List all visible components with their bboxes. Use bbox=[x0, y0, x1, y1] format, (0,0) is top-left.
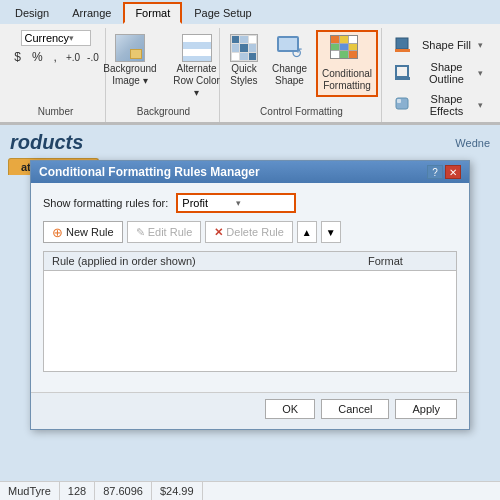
dialog-overlay: Conditional Formatting Rules Manager ? ✕… bbox=[0, 150, 500, 500]
move-up-button[interactable]: ▲ bbox=[297, 221, 317, 243]
tab-page-setup[interactable]: Page Setup bbox=[183, 2, 263, 24]
dialog-title-bar: Conditional Formatting Rules Manager ? ✕ bbox=[31, 161, 469, 183]
bottom-col4: $24.99 bbox=[152, 482, 203, 500]
bottom-col3: 87.6096 bbox=[95, 482, 152, 500]
bottom-col1: MudTyre bbox=[0, 482, 60, 500]
bottom-col2: 128 bbox=[60, 482, 95, 500]
shape-effects-arrow-icon: ▾ bbox=[478, 100, 483, 110]
delete-rule-label: Delete Rule bbox=[226, 226, 283, 238]
rules-col-format-header: Format bbox=[368, 255, 448, 267]
change-shape-icon: ↺ bbox=[275, 34, 303, 62]
shape-fill-label: Shape Fill bbox=[415, 39, 478, 51]
cancel-button[interactable]: Cancel bbox=[321, 399, 389, 419]
number-top: Currency ▾ bbox=[21, 30, 91, 46]
number-group: Currency ▾ $ % , +.0 -.0 Number bbox=[6, 28, 106, 122]
shape-fill-arrow-icon: ▾ bbox=[478, 40, 483, 50]
svg-rect-3 bbox=[395, 77, 410, 80]
move-down-button[interactable]: ▼ bbox=[321, 221, 341, 243]
show-for-label: Show formatting rules for: bbox=[43, 197, 168, 209]
alternate-row-label: AlternateRow Color ▾ bbox=[173, 63, 220, 99]
tab-design[interactable]: Design bbox=[4, 2, 60, 24]
shape-effects-button[interactable]: Shape Effects ▾ bbox=[390, 90, 488, 120]
ribbon: Design Arrange Format Page Setup Currenc… bbox=[0, 0, 500, 125]
show-for-arrow-icon: ▾ bbox=[236, 198, 290, 208]
control-formatting-group: QuickStyles ↺ ChangeShape bbox=[222, 28, 382, 122]
currency-arrow-icon: ▾ bbox=[69, 33, 86, 43]
currency-dropdown[interactable]: Currency ▾ bbox=[21, 30, 91, 46]
ribbon-content: Currency ▾ $ % , +.0 -.0 Number bbox=[0, 24, 500, 124]
change-shape-button[interactable]: ↺ ChangeShape bbox=[267, 30, 312, 91]
dialog-controls: ? ✕ bbox=[427, 165, 461, 179]
background-buttons: BackgroundImage ▾ AlternateRow Color ▾ bbox=[100, 30, 227, 103]
shape-fill-icon bbox=[395, 37, 411, 53]
shape-fill-button[interactable]: Shape Fill ▾ bbox=[390, 34, 488, 56]
bottom-row: MudTyre 128 87.6096 $24.99 bbox=[0, 481, 500, 500]
quick-styles-icon bbox=[230, 34, 258, 62]
control-formatting-label: Control Formatting bbox=[260, 104, 343, 120]
background-group: BackgroundImage ▾ AlternateRow Color ▾ B… bbox=[108, 28, 220, 122]
delete-rule-button[interactable]: ✕ Delete Rule bbox=[205, 221, 292, 243]
edit-rule-button[interactable]: ✎ Edit Rule bbox=[127, 221, 202, 243]
dialog-toolbar: ⊕ New Rule ✎ Edit Rule ✕ Delete Rule ▲ ▼ bbox=[43, 221, 457, 243]
show-for-row: Show formatting rules for: Profit ▾ bbox=[43, 193, 457, 213]
tab-arrange[interactable]: Arrange bbox=[61, 2, 122, 24]
conditional-formatting-button[interactable]: ConditionalFormatting bbox=[316, 30, 378, 97]
svg-rect-0 bbox=[396, 38, 408, 49]
quick-styles-button[interactable]: QuickStyles bbox=[225, 30, 263, 91]
background-image-icon bbox=[115, 34, 145, 62]
svg-rect-2 bbox=[396, 66, 408, 77]
new-rule-label: New Rule bbox=[66, 226, 114, 238]
conditional-formatting-icon bbox=[330, 35, 364, 67]
change-shape-label: ChangeShape bbox=[272, 63, 307, 87]
shape-outline-button[interactable]: Shape Outline ▾ bbox=[390, 58, 488, 88]
alternate-row-icon bbox=[182, 34, 212, 62]
shape-outline-label: Shape Outline bbox=[415, 61, 478, 85]
increase-decimal-button[interactable]: +.0 bbox=[63, 50, 83, 65]
dialog-help-button[interactable]: ? bbox=[427, 165, 443, 179]
background-image-label: BackgroundImage ▾ bbox=[103, 63, 156, 87]
edit-rule-icon: ✎ bbox=[136, 226, 145, 239]
dollar-button[interactable]: $ bbox=[9, 48, 26, 66]
shape-effects-icon bbox=[395, 97, 411, 113]
tab-strip: Design Arrange Format Page Setup bbox=[0, 0, 500, 24]
background-group-label: Background bbox=[137, 104, 190, 120]
rules-header: Rule (applied in order shown) Format bbox=[44, 252, 456, 271]
svg-rect-1 bbox=[395, 49, 410, 52]
new-rule-button[interactable]: ⊕ New Rule bbox=[43, 221, 123, 243]
conditional-formatting-dialog: Conditional Formatting Rules Manager ? ✕… bbox=[30, 160, 470, 430]
shape-group: Shape Fill ▾ Shape Outline ▾ bbox=[384, 28, 494, 122]
percent-button[interactable]: % bbox=[27, 48, 48, 66]
quick-styles-label: QuickStyles bbox=[230, 63, 257, 87]
dialog-body: Show formatting rules for: Profit ▾ ⊕ Ne… bbox=[31, 183, 469, 392]
svg-rect-5 bbox=[397, 99, 401, 103]
shape-outline-icon bbox=[395, 65, 411, 81]
ok-button[interactable]: OK bbox=[265, 399, 315, 419]
delete-rule-x-icon: ✕ bbox=[214, 226, 223, 239]
rules-body bbox=[44, 271, 456, 371]
rules-col-rule-header: Rule (applied in order shown) bbox=[52, 255, 368, 267]
page: Design Arrange Format Page Setup Currenc… bbox=[0, 0, 500, 500]
comma-button[interactable]: , bbox=[49, 48, 62, 66]
shape-effects-label: Shape Effects bbox=[415, 93, 478, 117]
edit-rule-label: Edit Rule bbox=[148, 226, 193, 238]
show-for-dropdown[interactable]: Profit ▾ bbox=[176, 193, 296, 213]
wednesday-label: Wedne bbox=[455, 137, 490, 149]
dialog-footer: OK Cancel Apply bbox=[31, 392, 469, 429]
rules-table: Rule (applied in order shown) Format bbox=[43, 251, 457, 372]
conditional-formatting-label: ConditionalFormatting bbox=[322, 68, 372, 92]
number-bottom: $ % , +.0 -.0 bbox=[9, 48, 102, 66]
shape-outline-arrow-icon: ▾ bbox=[478, 68, 483, 78]
dialog-title: Conditional Formatting Rules Manager bbox=[39, 165, 260, 179]
background-image-button[interactable]: BackgroundImage ▾ bbox=[100, 30, 160, 91]
alternate-row-color-button[interactable]: AlternateRow Color ▾ bbox=[166, 30, 227, 103]
new-rule-icon: ⊕ bbox=[52, 225, 63, 240]
qcc-buttons: QuickStyles ↺ ChangeShape bbox=[225, 30, 378, 97]
show-for-value: Profit bbox=[182, 197, 236, 209]
tab-format[interactable]: Format bbox=[123, 2, 182, 24]
dialog-close-button[interactable]: ✕ bbox=[445, 165, 461, 179]
apply-button[interactable]: Apply bbox=[395, 399, 457, 419]
number-group-label: Number bbox=[38, 104, 74, 120]
